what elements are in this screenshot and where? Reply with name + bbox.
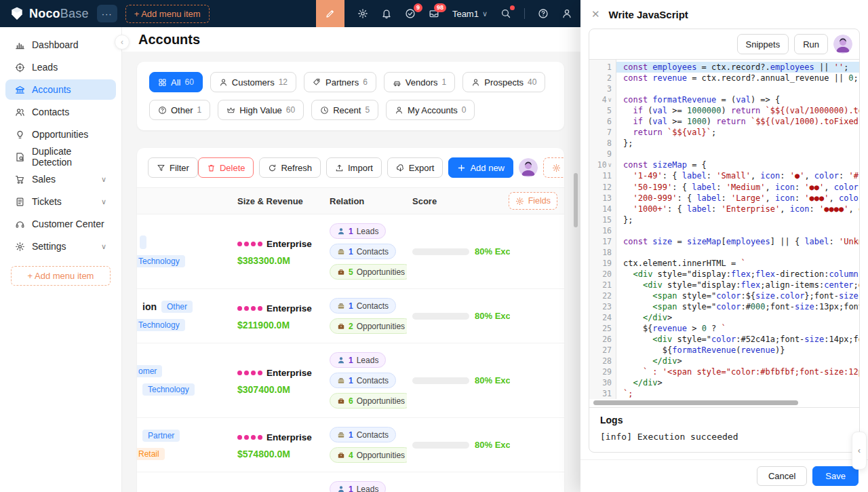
relation-badge-leads[interactable]: 1Leads	[330, 352, 386, 368]
help-icon[interactable]	[538, 8, 549, 19]
avatar[interactable]	[833, 35, 852, 54]
sidebar-item-settings[interactable]: Settings∨	[5, 236, 116, 257]
editor-hscroll-thumb[interactable]	[593, 400, 798, 405]
code-line[interactable]: ${formatRevenue(revenue)}	[616, 345, 859, 356]
import-button[interactable]: Import	[326, 157, 382, 178]
relation-badge-contacts[interactable]: 1Contacts	[330, 373, 396, 388]
tab-my-accounts[interactable]: My Accounts0	[386, 100, 475, 120]
notifications-bell-icon[interactable]	[381, 8, 392, 19]
code-line[interactable]	[616, 83, 859, 94]
editor-code-pane[interactable]: const employees = ctx.record?.employees …	[616, 60, 859, 399]
team-selector[interactable]: Team1∨	[452, 9, 488, 19]
tab-partners[interactable]: Partners6	[304, 72, 376, 92]
save-button[interactable]: Save	[812, 466, 859, 486]
relation-badge-opps[interactable]: 5Opportunities	[330, 264, 407, 280]
sidebar-item-dashboard[interactable]: Dashboard	[5, 35, 116, 55]
code-line[interactable]: <span style="color:${size.color};font-si…	[616, 290, 859, 301]
code-line[interactable]: '50-199': { label: 'Medium', icon: '●●',…	[616, 182, 859, 193]
code-line[interactable]: const employees = ctx.record?.employees …	[616, 62, 859, 73]
snippets-button[interactable]: Snippets	[737, 34, 789, 54]
fold-arrow-icon[interactable]: ∨	[608, 159, 612, 170]
code-line[interactable]: </div>	[616, 312, 859, 323]
table-row[interactable]: PartnerRetail Enterprise$574800.0M 1Cont…	[137, 418, 564, 472]
code-line[interactable]	[616, 247, 859, 258]
code-line[interactable]: const size = sizeMap[employees] || { lab…	[616, 236, 859, 247]
code-line[interactable]: ctx.element.innerHTML = `	[616, 258, 859, 269]
actions-button[interactable]: Actions	[543, 157, 564, 178]
refresh-button[interactable]: Refresh	[259, 157, 321, 178]
code-line[interactable]: if (val >= 1000) return `$${(val/1000).t…	[616, 116, 859, 127]
code-line[interactable]: '200-999': { label: 'Large', icon: '●●●'…	[616, 193, 859, 204]
relation-badge-leads[interactable]: 1Leads	[330, 223, 386, 239]
sidebar-item-duplicate-detection[interactable]: Duplicate Detection	[5, 147, 116, 167]
code-line[interactable]	[616, 149, 859, 159]
run-button[interactable]: Run	[794, 34, 828, 54]
sidebar-item-opportunities[interactable]: Opportunities	[5, 124, 116, 145]
main-scrollbar-thumb[interactable]	[574, 173, 578, 227]
code-line[interactable]: const sizeMap = {	[616, 159, 859, 170]
close-icon[interactable]: ✕	[591, 8, 600, 20]
table-row[interactable]: omerTechnology Enterprise$307400.0M 1Lea…	[137, 343, 564, 418]
sidebar-item-tickets[interactable]: Tickets∨	[5, 191, 116, 212]
nocobase-logo[interactable]: NocoBase	[9, 6, 89, 21]
code-line[interactable]: <div style="color:#52c41a;font-size:14px…	[616, 334, 859, 345]
column-header-relation[interactable]: Relation	[324, 196, 407, 206]
fields-button[interactable]: Fields	[509, 192, 557, 210]
navbar-add-menu-item-button[interactable]: + Add menu item	[125, 5, 210, 23]
table-row[interactable]: Technology Enterprise$383300.0M 1Leads1C…	[137, 214, 564, 289]
relation-badge-contacts[interactable]: 1Contacts	[330, 427, 396, 442]
sidebar-item-sales[interactable]: Sales∨	[5, 169, 116, 189]
code-line[interactable]: <div style="display:flex;align-items:cen…	[616, 280, 859, 290]
tab-other[interactable]: Other1	[149, 100, 210, 120]
tab-customers[interactable]: Customers12	[210, 72, 296, 92]
code-line[interactable]: const revenue = ctx.record?.annual_reven…	[616, 73, 859, 83]
filter-button[interactable]: Filter	[148, 157, 198, 178]
search-icon[interactable]	[500, 8, 511, 19]
code-line[interactable]: if (val >= 1000000) return `$${(val/1000…	[616, 105, 859, 116]
code-line[interactable]: ` : '<span style="color:#bfbfbf;font-siz…	[616, 366, 859, 377]
relation-badge-opps[interactable]: 4Opportunities	[330, 447, 407, 463]
code-line[interactable]: };	[616, 138, 859, 149]
code-line[interactable]: '1-49': { label: 'Small', icon: '●', col…	[616, 170, 859, 181]
column-header-size-revenue[interactable]: Size & Revenue	[232, 196, 324, 206]
cancel-button[interactable]: Cancel	[757, 466, 807, 486]
code-line[interactable]: </div>	[616, 356, 859, 366]
tab-all[interactable]: All60	[149, 72, 203, 92]
tasks-icon[interactable]: 9	[405, 8, 416, 19]
relation-badge-opps[interactable]: 6Opportunities	[330, 393, 407, 409]
sidebar-item-customer-center[interactable]: Customer Center	[5, 214, 116, 234]
delete-button[interactable]: Delete	[198, 157, 254, 178]
sidebar-item-accounts[interactable]: Accounts	[5, 79, 116, 100]
code-line[interactable]: ${revenue > 0 ? `	[616, 323, 859, 334]
export-button[interactable]: Export	[387, 157, 443, 178]
avatar[interactable]	[519, 158, 538, 177]
sidebar-add-menu-item-button[interactable]: + Add menu item	[11, 266, 111, 286]
logs-collapse-button[interactable]: ‹	[852, 432, 867, 470]
ui-editor-toggle-button[interactable]	[316, 0, 344, 27]
fold-arrow-icon[interactable]: ∨	[608, 94, 612, 105]
code-line[interactable]: return `$${val}`;	[616, 127, 859, 138]
relation-badge-opps[interactable]: 2Opportunities	[330, 318, 407, 334]
settings-icon[interactable]	[357, 8, 368, 19]
tab-prospects[interactable]: Prospects40	[462, 72, 545, 92]
sidebar-item-contacts[interactable]: Contacts	[5, 102, 116, 122]
tab-recent[interactable]: Recent5	[311, 100, 378, 120]
code-line[interactable]: `;	[616, 388, 859, 399]
inbox-icon[interactable]: 98	[429, 8, 439, 19]
tab-vendors[interactable]: Vendors1	[384, 72, 455, 92]
sidebar-collapse-button[interactable]: ‹	[115, 35, 130, 50]
code-line[interactable]: const formatRevenue = (val) => {	[616, 94, 859, 105]
menu-overflow-button[interactable]: ···	[97, 5, 117, 22]
table-row[interactable]: .CustomerTechnology Enterprise$134900.0M…	[137, 472, 564, 492]
table-row[interactable]: ionOtherTechnology Enterprise$211900.0M …	[137, 289, 564, 343]
code-line[interactable]: </div>	[616, 377, 859, 388]
user-profile-icon[interactable]	[561, 8, 572, 19]
code-line[interactable]: '1000+': { label: 'Enterprise', icon: '●…	[616, 204, 859, 214]
add-new-button[interactable]: Add new	[448, 157, 513, 178]
tab-high-value[interactable]: High Value60	[218, 100, 304, 120]
code-editor[interactable]: 1234∨5678910∨111213141516171819202122232…	[589, 59, 859, 399]
relation-badge-contacts[interactable]: 1Contacts	[330, 244, 396, 259]
code-line[interactable]: <span style="color:#000;font-size:13px;f…	[616, 301, 859, 312]
relation-badge-leads[interactable]: 1Leads	[330, 481, 386, 492]
code-line[interactable]: <div style="display:flex;flex-direction:…	[616, 269, 859, 280]
